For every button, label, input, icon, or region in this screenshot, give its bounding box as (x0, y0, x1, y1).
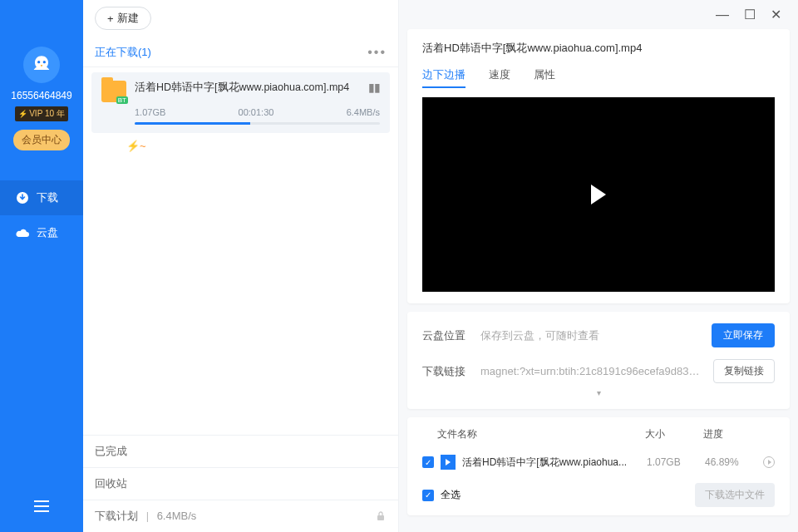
menu-button[interactable] (33, 500, 50, 515)
detail-title: 活着HD韩语中字[飘花www.piaohua.com].mp4 (422, 41, 775, 56)
file-size: 1.07GB (647, 456, 705, 468)
bt-folder-icon: BT (101, 81, 126, 102)
col-progress: 进度 (703, 427, 775, 441)
expand-button[interactable]: ▾ (422, 388, 775, 397)
cloud-location-label: 云盘位置 (422, 328, 469, 343)
vip-badge: ⚡ VIP 10 年 (15, 106, 68, 121)
downloading-section-title[interactable]: 正在下载(1) (95, 45, 151, 60)
download-size: 1.07GB (135, 107, 165, 117)
tab-properties[interactable]: 属性 (534, 67, 555, 87)
new-button[interactable]: + 新建 (95, 7, 151, 30)
col-size: 大小 (645, 427, 703, 441)
minimize-button[interactable]: — (716, 7, 729, 22)
file-progress: 46.89% (705, 456, 763, 468)
hamburger-icon (33, 500, 50, 512)
tab-play-while-download[interactable]: 边下边播 (422, 67, 466, 87)
svg-point-1 (43, 61, 46, 63)
file-row[interactable]: ✓ 活着HD韩语中字[飘花www.piaohua... 1.07GB 46.89… (422, 450, 775, 475)
accelerate-icon[interactable]: ⚡~ (126, 140, 398, 152)
lock-icon (375, 510, 387, 522)
col-filename: 文件名称 (422, 427, 645, 441)
sidebar-item-download[interactable]: 下载 (0, 180, 83, 215)
more-button[interactable]: ••• (367, 45, 387, 60)
maximize-button[interactable]: ☐ (744, 7, 756, 22)
plan-section[interactable]: 下载计划 | 6.4MB/s (83, 500, 398, 532)
cloud-icon (15, 225, 30, 240)
completed-section[interactable]: 已完成 (83, 436, 398, 467)
copy-link-button[interactable]: 复制链接 (713, 359, 775, 383)
download-selected-button[interactable]: 下载选中文件 (695, 483, 775, 507)
pause-button[interactable]: ▮▮ (368, 81, 380, 94)
save-now-button[interactable]: 立即保存 (712, 323, 775, 347)
download-eta: 00:01:30 (239, 107, 274, 117)
download-speed: 6.4MB/s (347, 107, 380, 117)
select-all-checkbox[interactable]: ✓ (422, 490, 434, 501)
sidebar-item-label: 下载 (37, 190, 58, 205)
download-link-value: magnet:?xt=urn:btih:21c8191c96ecefa9d83f… (480, 365, 702, 377)
download-icon (15, 190, 30, 205)
play-file-button[interactable] (763, 456, 775, 468)
svg-rect-3 (377, 515, 384, 520)
sidebar-item-cloud[interactable]: 云盘 (0, 215, 83, 250)
file-checkbox[interactable]: ✓ (422, 456, 434, 468)
bird-icon (28, 52, 55, 78)
download-link-label: 下载链接 (422, 364, 469, 379)
cloud-location-hint: 保存到云盘，可随时查看 (480, 328, 700, 343)
lightning-icon: ⚡ (18, 110, 27, 118)
close-button[interactable]: ✕ (771, 7, 781, 22)
recycle-section[interactable]: 回收站 (83, 467, 398, 500)
select-all-label: 全选 (441, 488, 461, 502)
avatar[interactable] (23, 47, 60, 83)
svg-point-0 (37, 61, 40, 63)
file-name: 活着HD韩语中字[飘花www.piaohua... (462, 456, 647, 470)
download-item-name: 活着HD韩语中字[飘花www.piaohua.com].mp4 (135, 81, 360, 96)
video-player[interactable] (422, 97, 775, 292)
user-id: 16556464849 (11, 90, 71, 101)
sidebar-item-label: 云盘 (37, 225, 58, 240)
member-center-button[interactable]: 会员中心 (13, 130, 70, 150)
play-icon[interactable] (591, 185, 606, 204)
download-item[interactable]: BT 活着HD韩语中字[飘花www.piaohua.com].mp4 ▮▮ 1.… (91, 72, 390, 133)
progress-bar (135, 122, 380, 125)
plus-icon: + (107, 12, 114, 25)
video-file-icon (441, 455, 456, 470)
tab-speed[interactable]: 速度 (489, 67, 510, 87)
